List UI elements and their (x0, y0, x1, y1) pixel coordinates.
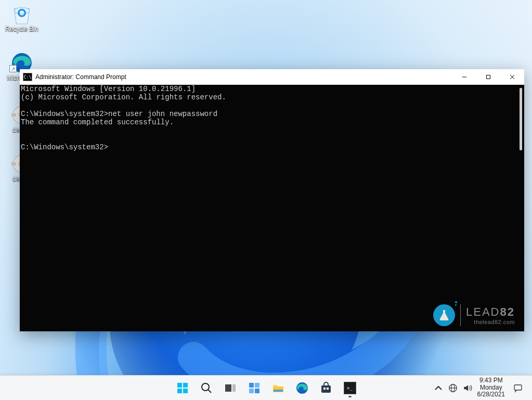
desktop-icon-label: Recycle Bin (2, 26, 42, 33)
maximize-button[interactable] (476, 69, 500, 85)
command-prompt-window[interactable]: C:\ Administrator: Command Prompt Micros… (20, 69, 524, 331)
svg-rect-38 (514, 385, 522, 390)
svg-line-22 (208, 390, 211, 393)
folder-icon (272, 382, 284, 394)
shortcut-overlay-icon: ↗ (9, 65, 17, 72)
svg-rect-28 (255, 389, 259, 393)
clock-time: 9:43 PM (477, 377, 505, 384)
taskbar-center: >_ (172, 376, 360, 400)
store-button[interactable] (316, 378, 336, 398)
tray-overflow-button[interactable] (434, 383, 443, 393)
scrollbar-thumb[interactable] (520, 88, 522, 150)
window-titlebar[interactable]: C:\ Administrator: Command Prompt (20, 69, 524, 85)
notifications-button[interactable] (510, 380, 526, 396)
cmd-icon: >_ (344, 382, 356, 394)
volume-button[interactable] (463, 383, 472, 393)
task-view-icon (224, 382, 237, 394)
svg-rect-18 (183, 383, 188, 388)
minimize-button[interactable] (452, 69, 476, 85)
clock-day: Monday (477, 384, 505, 392)
svg-rect-11 (12, 163, 15, 165)
widgets-icon (248, 382, 261, 394)
svg-rect-5 (12, 114, 15, 116)
svg-rect-17 (177, 383, 182, 388)
svg-rect-19 (177, 389, 182, 393)
svg-rect-26 (255, 383, 259, 388)
store-icon (320, 382, 332, 394)
search-icon (200, 382, 213, 394)
desktop-icon-recycle-bin[interactable]: Recycle Bin (2, 3, 42, 33)
taskbar: >_ 9:43 PM Monday 6/28/2021 (0, 375, 532, 400)
svg-rect-32 (321, 385, 331, 393)
window-title: Administrator: Command Prompt (35, 73, 126, 81)
windows-logo-icon (176, 382, 189, 394)
terminal-output[interactable]: Microsoft Windows [Version 10.0.21996.1]… (20, 85, 524, 331)
network-button[interactable] (448, 383, 458, 393)
recycle-bin-icon (11, 3, 33, 25)
svg-rect-34 (327, 388, 329, 390)
system-tray: 9:43 PM Monday 6/28/2021 (434, 376, 526, 400)
chevron-up-icon (434, 383, 443, 393)
file-explorer-button[interactable] (268, 378, 289, 398)
svg-rect-23 (225, 384, 231, 392)
svg-rect-30 (274, 390, 283, 392)
svg-rect-14 (487, 75, 490, 79)
edge-button[interactable] (292, 378, 313, 398)
svg-rect-25 (249, 383, 254, 388)
taskbar-clock[interactable]: 9:43 PM Monday 6/28/2021 (477, 377, 505, 398)
task-view-button[interactable] (220, 378, 241, 398)
start-button[interactable] (172, 378, 193, 398)
cmd-icon: C:\ (23, 73, 32, 81)
svg-rect-24 (232, 384, 236, 392)
svg-rect-33 (323, 388, 326, 390)
speaker-icon (463, 383, 472, 393)
close-button[interactable] (500, 69, 524, 85)
svg-rect-20 (183, 389, 188, 393)
command-prompt-button[interactable]: >_ (340, 378, 360, 398)
svg-point-21 (202, 383, 209, 391)
search-button[interactable] (196, 378, 217, 398)
widgets-button[interactable] (244, 378, 265, 398)
chat-icon (513, 383, 523, 393)
clock-date: 6/28/2021 (477, 391, 505, 398)
globe-icon (448, 383, 458, 393)
edge-icon (296, 382, 308, 394)
svg-rect-27 (249, 389, 254, 393)
